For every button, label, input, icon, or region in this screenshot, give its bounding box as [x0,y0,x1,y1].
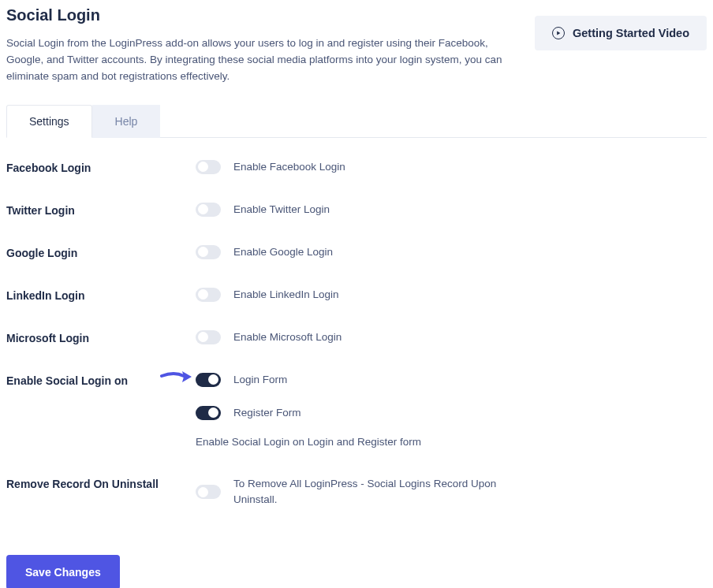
twitter-login-desc: Enable Twitter Login [233,203,330,215]
facebook-login-desc: Enable Facebook Login [233,161,345,173]
microsoft-login-label: Microsoft Login [6,330,196,344]
microsoft-login-toggle[interactable] [196,330,221,344]
google-login-label: Google Login [6,245,196,259]
linkedin-login-desc: Enable LinkedIn Login [233,288,339,300]
register-form-toggle[interactable] [196,406,221,420]
enable-on-help-text: Enable Social Login on Login and Registe… [196,436,707,448]
remove-record-desc: To Remove All LoginPress - Social Logins… [233,476,502,508]
remove-record-label: Remove Record On Uninstall [6,476,196,490]
login-form-toggle[interactable] [196,373,221,387]
twitter-login-toggle[interactable] [196,203,221,217]
getting-started-video-button[interactable]: Getting Started Video [535,16,707,50]
linkedin-login-label: LinkedIn Login [6,288,196,302]
login-form-text: Login Form [233,374,287,385]
page-description: Social Login from the LoginPress add-on … [6,35,516,85]
tab-settings[interactable]: Settings [6,105,92,138]
facebook-login-label: Facebook Login [6,160,196,174]
play-icon [552,27,565,39]
twitter-login-label: Twitter Login [6,203,196,217]
google-login-toggle[interactable] [196,245,221,259]
microsoft-login-desc: Enable Microsoft Login [233,331,342,343]
facebook-login-toggle[interactable] [196,160,221,174]
enable-social-login-on-label: Enable Social Login on [6,373,196,387]
register-form-text: Register Form [233,407,301,419]
page-title: Social Login [6,6,516,24]
tab-help[interactable]: Help [92,105,161,138]
google-login-desc: Enable Google Login [233,246,333,258]
svg-marker-0 [557,32,560,35]
linkedin-login-toggle[interactable] [196,288,221,302]
save-changes-button[interactable]: Save Changes [6,555,120,588]
video-button-label: Getting Started Video [573,27,689,39]
remove-record-toggle[interactable] [196,485,221,499]
tabs: Settings Help [6,104,707,138]
